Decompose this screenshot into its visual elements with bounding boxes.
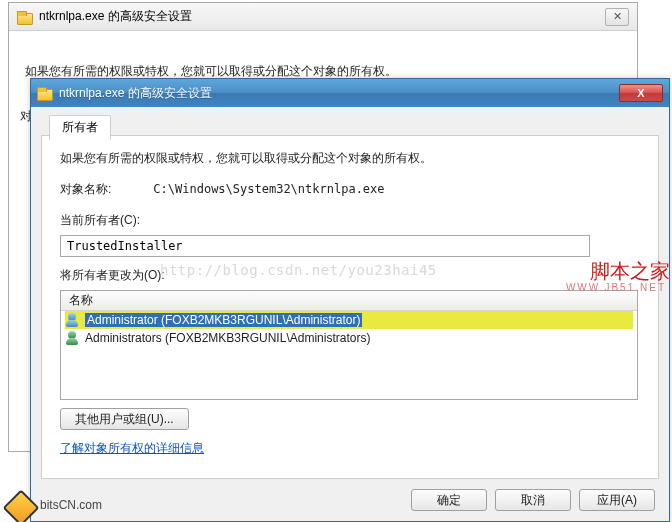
col-name: 名称: [61, 292, 637, 309]
tab-strip: 所有者: [49, 115, 111, 140]
learn-link[interactable]: 了解对象所有权的详细信息: [60, 440, 204, 457]
object-name-label: 对象名称:: [60, 181, 150, 198]
list-header-row[interactable]: 名称: [61, 291, 637, 311]
site-logo: bitsCN.com: [6, 490, 102, 520]
current-owner-label: 当前所有者(C):: [60, 212, 640, 229]
close-icon[interactable]: ✕: [605, 8, 629, 26]
list-item-administrator[interactable]: Administrator (FOXB2MKB3RGUNIL\Administr…: [61, 311, 637, 329]
dialog-footer: 确定 取消 应用(A): [411, 489, 655, 511]
apply-button[interactable]: 应用(A): [579, 489, 655, 511]
list-item-label: Administrators (FOXB2MKB3RGUNIL\Administ…: [85, 331, 370, 345]
list-item-label: Administrator (FOXB2MKB3RGUNIL\Administr…: [85, 313, 362, 327]
other-users-button[interactable]: 其他用户或组(U)...: [60, 408, 189, 430]
logo-text: bitsCN.com: [40, 498, 102, 512]
cancel-button[interactable]: 取消: [495, 489, 571, 511]
object-name-value: C:\Windows\System32\ntkrnlpa.exe: [153, 182, 384, 196]
dialog-titlebar[interactable]: ntkrnlpa.exe 的高级安全设置 X: [31, 79, 669, 107]
intro-text: 如果您有所需的权限或特权，您就可以取得或分配这个对象的所有权。: [60, 150, 640, 167]
bg-window-title: ntkrnlpa.exe 的高级安全设置: [39, 8, 192, 25]
panel-content: 如果您有所需的权限或特权，您就可以取得或分配这个对象的所有权。 对象名称: C:…: [42, 136, 658, 471]
dialog-title: ntkrnlpa.exe 的高级安全设置: [59, 85, 619, 102]
list-item-administrators[interactable]: Administrators (FOXB2MKB3RGUNIL\Administ…: [61, 329, 637, 347]
tab-panel: 如果您有所需的权限或特权，您就可以取得或分配这个对象的所有权。 对象名称: C:…: [41, 135, 659, 479]
user-icon: [65, 312, 81, 328]
object-name-row: 对象名称: C:\Windows\System32\ntkrnlpa.exe: [60, 181, 640, 198]
group-icon: [65, 330, 81, 346]
bg-window-titlebar: ntkrnlpa.exe 的高级安全设置 ✕: [9, 3, 637, 31]
owner-dialog: ntkrnlpa.exe 的高级安全设置 X 所有者 如果您有所需的权限或特权，…: [30, 78, 670, 522]
current-owner-field: [60, 235, 590, 257]
folder-icon: [37, 85, 53, 101]
tab-owner[interactable]: 所有者: [49, 115, 111, 140]
change-to-label: 将所有者更改为(O):: [60, 267, 640, 284]
owner-list[interactable]: 名称 Administrator (FOXB2MKB3RGUNIL\Admini…: [60, 290, 638, 400]
logo-icon: [0, 484, 42, 522]
folder-icon: [17, 9, 33, 25]
ok-button[interactable]: 确定: [411, 489, 487, 511]
close-button[interactable]: X: [619, 84, 663, 102]
